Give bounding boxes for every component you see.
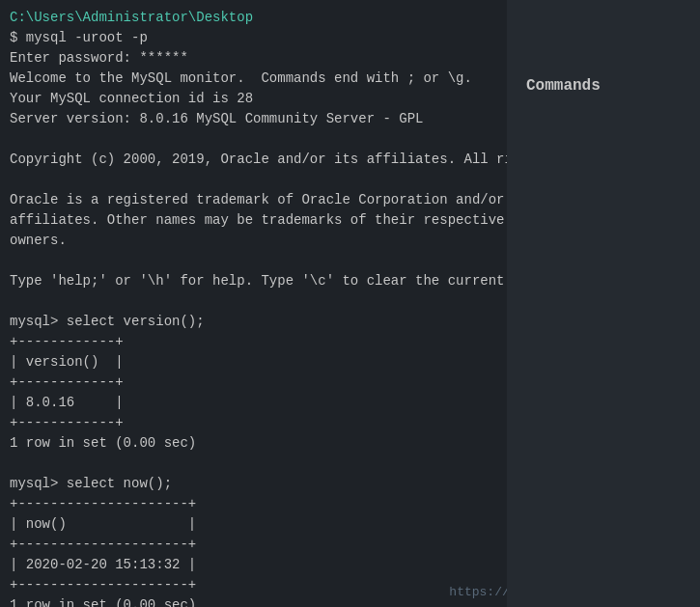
- commands-header: Commands: [507, 0, 700, 95]
- right-panel: Commands: [507, 0, 700, 607]
